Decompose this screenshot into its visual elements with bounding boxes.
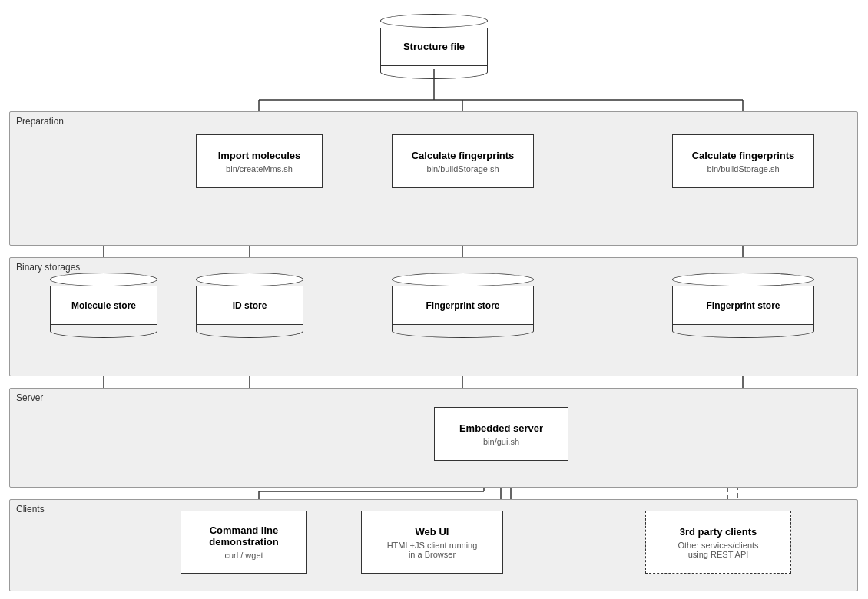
preparation-label: Preparation — [16, 116, 64, 127]
web-ui-title: Web UI — [416, 526, 449, 538]
calc-fingerprints1-title: Calculate fingerprints — [412, 150, 515, 161]
web-ui-box: Web UI HTML+JS client running in a Brows… — [361, 511, 503, 574]
id-store-body: ID store — [196, 286, 303, 325]
third-party-box: 3rd party clients Other services/clients… — [645, 511, 791, 574]
import-molecules-subtitle: bin/createMms.sh — [226, 164, 293, 174]
third-party-title: 3rd party clients — [680, 526, 757, 538]
embedded-server-subtitle: bin/gui.sh — [483, 437, 519, 446]
fingerprint-store1-bottom — [392, 324, 534, 338]
cmd-line-title: Command line demonstration — [209, 525, 278, 548]
molecule-store-top — [50, 273, 157, 286]
molecule-store-body: Molecule store — [50, 286, 157, 325]
fingerprint-store2-wrapper: Fingerprint store — [672, 273, 814, 338]
fingerprint-store2-bottom — [672, 324, 814, 338]
structure-file-label: Structure file — [403, 41, 465, 52]
import-molecules-box: Import molecules bin/createMms.sh — [196, 134, 323, 188]
cmd-line-subtitle: curl / wget — [224, 551, 263, 560]
molecule-store-wrapper: Molecule store — [50, 273, 157, 338]
structure-file-wrapper: Structure file — [380, 14, 488, 79]
diagram-container: Preparation Binary storages Server Clien… — [0, 0, 868, 599]
molecule-store-bottom — [50, 324, 157, 338]
calc-fingerprints1-subtitle: bin/buildStorage.sh — [426, 164, 499, 174]
calc-fingerprints2-subtitle: bin/buildStorage.sh — [707, 164, 779, 174]
fingerprint-store1-body: Fingerprint store — [392, 286, 534, 325]
calc-fingerprints2-box: Calculate fingerprints bin/buildStorage.… — [672, 134, 814, 188]
id-store-label: ID store — [233, 300, 267, 311]
fingerprint-store2-label: Fingerprint store — [706, 300, 780, 311]
third-party-subtitle: Other services/clients using REST API — [678, 541, 758, 559]
molecule-store-label: Molecule store — [71, 300, 136, 311]
fingerprint-store1-top — [392, 273, 534, 286]
fingerprint-store1-label: Fingerprint store — [426, 300, 499, 311]
structure-file-top — [380, 14, 488, 28]
calc-fingerprints1-box: Calculate fingerprints bin/buildStorage.… — [392, 134, 534, 188]
cmd-line-box: Command line demonstration curl / wget — [181, 511, 307, 574]
embedded-server-box: Embedded server bin/gui.sh — [434, 407, 568, 461]
structure-file-body: Structure file — [380, 28, 488, 66]
fingerprint-store1-wrapper: Fingerprint store — [392, 273, 534, 338]
id-store-top — [196, 273, 303, 286]
binary-storages-label: Binary storages — [16, 262, 80, 273]
id-store-wrapper: ID store — [196, 273, 303, 338]
web-ui-subtitle: HTML+JS client running in a Browser — [387, 541, 478, 559]
clients-label: Clients — [16, 504, 45, 515]
fingerprint-store2-top — [672, 273, 814, 286]
calc-fingerprints2-title: Calculate fingerprints — [692, 150, 795, 161]
fingerprint-store2-body: Fingerprint store — [672, 286, 814, 325]
server-label: Server — [16, 392, 43, 403]
import-molecules-title: Import molecules — [218, 150, 301, 161]
id-store-bottom — [196, 324, 303, 338]
embedded-server-title: Embedded server — [459, 422, 543, 434]
structure-file-bottom — [380, 65, 488, 79]
